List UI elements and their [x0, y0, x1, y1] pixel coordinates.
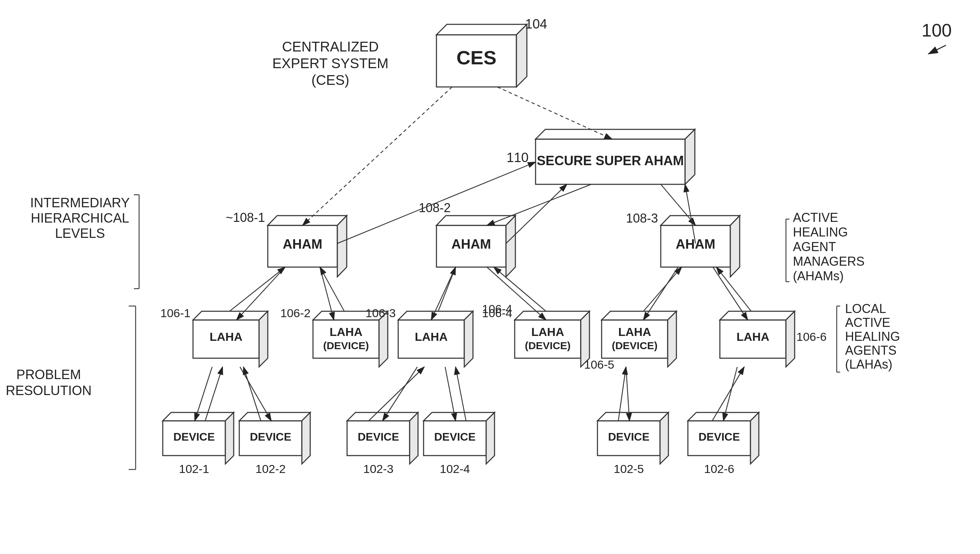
- laha1-id: 106-1: [160, 306, 191, 320]
- laha3-to-aham2-up: [438, 267, 456, 311]
- aham-label-right: ACTIVE: [793, 210, 838, 224]
- laha6-id: 106-6: [796, 330, 827, 343]
- ssa-label: SECURE SUPER AHAM: [537, 153, 684, 168]
- intermediary-label1: INTERMEDIARY: [30, 196, 130, 210]
- device6-box-right: [751, 412, 759, 464]
- device3-box-right: [410, 412, 418, 464]
- device4-box-right: [486, 412, 495, 464]
- intermediary-label2: HIERARCHICAL: [31, 211, 129, 225]
- aham3-label: AHAM: [676, 237, 715, 252]
- laha-label2: ACTIVE: [845, 315, 890, 330]
- ssa-box-top: [536, 129, 695, 139]
- laha3-id: 106-3: [366, 306, 396, 320]
- device3-box-top: [347, 412, 418, 421]
- laha3-box-right: [464, 311, 473, 367]
- laha6-box-right: [786, 311, 795, 367]
- laha-label4: AGENTS: [845, 343, 897, 358]
- device2-id: 102-2: [256, 462, 286, 475]
- device1-box-right: [225, 412, 234, 464]
- laha-label5: (LAHAs): [845, 357, 892, 371]
- intermediary-label3: LEVELS: [55, 226, 105, 240]
- ces-description2: EXPERT SYSTEM: [272, 56, 388, 71]
- device5-box-right: [660, 412, 668, 464]
- laha6-label: LAHA: [737, 330, 769, 343]
- laha1-to-aham1-up: [229, 267, 285, 311]
- laha6-box-top: [720, 311, 795, 320]
- aham-label-right2: HEALING: [793, 225, 848, 239]
- device1-label: DEVICE: [173, 431, 215, 443]
- laha-label1: LOCAL: [845, 301, 886, 316]
- ssa-to-aham2-line: [487, 184, 591, 225]
- device2-box-right: [302, 412, 310, 464]
- aham1-label: AHAM: [283, 237, 322, 252]
- laha3-label: LAHA: [415, 330, 447, 343]
- aham3-id: 108-3: [626, 211, 658, 225]
- laha3-box-top: [398, 311, 473, 320]
- device2-label: DEVICE: [250, 431, 291, 443]
- ces-label-text: CES: [456, 46, 496, 68]
- ssa-box-right: [685, 129, 695, 184]
- aham-label-right5: (AHAMs): [793, 269, 844, 283]
- laha1-label: LAHA: [210, 330, 242, 343]
- ces-box-right: [516, 24, 527, 87]
- ssa-id: 110: [507, 150, 528, 165]
- device6-id: 102-6: [704, 462, 735, 475]
- ces-description3: (CES): [312, 72, 350, 88]
- device4-label: DEVICE: [434, 431, 476, 443]
- laha2-box-right: [379, 311, 388, 367]
- laha2-label1: LAHA: [330, 325, 363, 338]
- aham3-box-right: [730, 216, 740, 277]
- figure-arrow: [929, 45, 946, 54]
- ces-description: CENTRALIZED: [282, 39, 379, 54]
- aham-label-right3: AGENT: [793, 240, 836, 254]
- device1-id: 102-1: [179, 462, 209, 475]
- device3-id: 102-3: [363, 462, 394, 475]
- ces-box-top: [436, 24, 527, 35]
- device3-label: DEVICE: [358, 431, 399, 443]
- device6-label: DEVICE: [698, 431, 740, 443]
- device1-box-top: [163, 412, 234, 421]
- figure-number: 100: [921, 20, 952, 40]
- aham1-box-right: [337, 216, 347, 277]
- laha5-box-right: [668, 311, 676, 367]
- laha5-to-aham3-up: [643, 267, 682, 311]
- laha1-box-right: [259, 311, 268, 367]
- ces-id: 104: [525, 17, 547, 31]
- device4-box-top: [423, 412, 495, 421]
- laha-label3: HEALING: [845, 330, 900, 344]
- device5-id: 102-5: [614, 462, 644, 475]
- aham2-label: AHAM: [452, 237, 491, 252]
- aham1-id: ~108-1: [226, 210, 265, 224]
- aham-label-right4: MANAGERS: [793, 254, 865, 269]
- aham2-box-top: [436, 216, 515, 225]
- laha4-label2: (DEVICE): [525, 340, 571, 351]
- device5-label: DEVICE: [608, 431, 649, 443]
- laha4-label1: LAHA: [531, 325, 564, 338]
- laha1-box-top: [193, 311, 268, 320]
- laha5-id: 106-5: [584, 358, 614, 371]
- diagram: 100 CES 104 CENTRALIZED EXPERT SYSTEM (C…: [0, 0, 980, 554]
- device5-box-top: [597, 412, 668, 421]
- laha5-box-top: [601, 311, 676, 320]
- laha5-label1: LAHA: [618, 325, 651, 338]
- problem-label1: PROBLEM: [16, 367, 81, 382]
- device4-id: 102-4: [440, 462, 470, 475]
- problem-label2: RESOLUTION: [6, 383, 91, 398]
- laha2-id: 106-2: [280, 306, 310, 320]
- laha4-box-top: [515, 311, 589, 320]
- laha4-id-label: 106-4: [482, 302, 512, 315]
- laha2-label2: (DEVICE): [323, 340, 369, 351]
- laha5-label2: (DEVICE): [612, 340, 658, 351]
- device2-box-top: [239, 412, 310, 421]
- aham2-box-right: [506, 216, 515, 277]
- aham3-box-top: [661, 216, 740, 225]
